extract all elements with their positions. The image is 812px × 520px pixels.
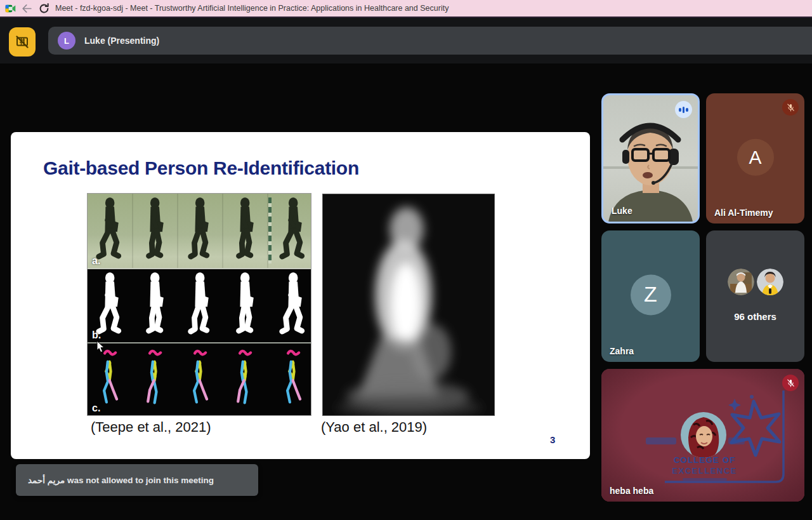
browser-tab-bar: Meet - fzd-kgoa-sdj - Meet - Trustworthy… xyxy=(0,0,812,18)
meet-window: Meet - fzd-kgoa-sdj - Meet - Trustworthy… xyxy=(0,0,812,520)
participant-name-ali: Ali Al-Timemy xyxy=(714,208,773,218)
row-label-b: b. xyxy=(92,330,101,341)
slide-title: Gait-based Person Re-Identification xyxy=(43,157,359,179)
refresh-icon[interactable] xyxy=(38,3,50,15)
participant-tile-heba[interactable]: COLLEGE OF EXCELLENCE heba heba xyxy=(601,369,804,502)
participant-tile-zahra[interactable]: Z Zahra xyxy=(601,230,700,362)
google-meet-favicon xyxy=(5,3,16,14)
presenter-bar: L Luke (Presenting) xyxy=(0,18,812,63)
others-avatars xyxy=(728,269,783,295)
avatar-ali: A xyxy=(737,138,774,175)
gait-pipeline-figure: a. b. xyxy=(87,193,311,416)
gait-silhouettes-row: b. xyxy=(88,268,311,342)
back-arrow-icon[interactable] xyxy=(21,3,33,15)
row-label-c: c. xyxy=(92,403,100,414)
gait-skeletons-row: c. xyxy=(88,342,311,415)
heba-profile-photo xyxy=(681,412,726,458)
gait-rgb-frames-row: a. xyxy=(88,194,311,268)
college-text: COLLEGE OF EXCELLENCE xyxy=(655,455,754,481)
other-participant-avatar-2 xyxy=(757,269,783,295)
mic-muted-icon xyxy=(782,99,799,116)
mouse-cursor xyxy=(96,340,105,353)
citation-yao: (Yao et al., 2019) xyxy=(321,419,427,436)
others-count-label: 96 others xyxy=(706,311,804,322)
presentation-off-icon xyxy=(15,34,30,50)
silhouette-figures xyxy=(88,269,311,342)
meeting-stage: Gait-based Person Re-Identification xyxy=(0,63,812,520)
college-text-line1: COLLEGE OF xyxy=(655,455,754,465)
stop-presentation-button[interactable] xyxy=(9,27,36,57)
avatar-zahra: Z xyxy=(631,274,671,315)
gait-energy-image xyxy=(322,194,495,416)
college-text-subline xyxy=(683,478,727,481)
presenter-info-pill[interactable]: L Luke (Presenting) xyxy=(48,27,812,55)
slide-page-number: 3 xyxy=(550,434,555,445)
shared-presentation-slide: Gait-based Person Re-Identification xyxy=(11,132,590,459)
other-participant-avatar-1 xyxy=(728,269,754,295)
participant-name-heba: heba heba xyxy=(610,486,653,496)
toast-message: مريم أحمد was not allowed to join this m… xyxy=(28,475,214,485)
speaking-indicator-icon xyxy=(675,101,692,118)
join-denied-toast: مريم أحمد was not allowed to join this m… xyxy=(16,464,258,496)
participant-tile-ali[interactable]: A Ali Al-Timemy xyxy=(706,93,804,223)
browser-tab-title: Meet - fzd-kgoa-sdj - Meet - Trustworthy… xyxy=(55,4,449,13)
mic-muted-icon xyxy=(782,375,799,391)
skeleton-figures xyxy=(88,343,311,415)
participant-name-zahra: Zahra xyxy=(610,346,634,356)
presenter-avatar: L xyxy=(58,32,75,50)
college-text-line2: EXCELLENCE xyxy=(655,466,754,476)
walking-person-photos xyxy=(88,194,311,268)
participant-name-luke: Luke xyxy=(612,206,632,216)
participant-tile-luke[interactable]: Luke xyxy=(601,93,700,223)
citation-teepe: (Teepe et al., 2021) xyxy=(91,419,211,436)
participant-tile-others[interactable]: 96 others xyxy=(706,230,804,362)
presenter-name-label: Luke (Presenting) xyxy=(84,36,159,46)
row-label-a: a. xyxy=(92,255,100,267)
